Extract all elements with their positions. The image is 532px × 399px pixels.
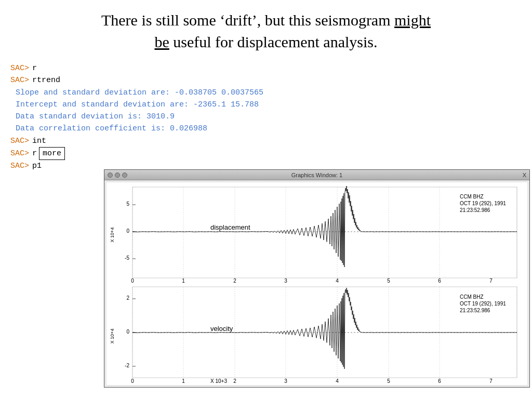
output-stddev: Data standard deviation is: 3010.9 xyxy=(10,111,522,123)
svg-text:7: 7 xyxy=(489,378,493,384)
cmd-r: r xyxy=(32,62,37,74)
terminal-line-r-more: SAC> r more xyxy=(10,147,522,160)
svg-text:5: 5 xyxy=(126,201,129,207)
displacement-label: displacement xyxy=(210,223,250,231)
svg-text:6: 6 xyxy=(438,378,441,384)
svg-text:0: 0 xyxy=(131,378,134,384)
svg-text:1: 1 xyxy=(182,378,185,384)
svg-text:OCT 19 (292), 1991: OCT 19 (292), 1991 xyxy=(460,301,506,307)
svg-text:OCT 19 (292), 1991: OCT 19 (292), 1991 xyxy=(460,201,506,206)
cmd-r2: r xyxy=(32,148,37,159)
svg-text:2: 2 xyxy=(126,295,129,301)
cmd-p1: p1 xyxy=(32,160,42,172)
prompt-label-5: SAC> xyxy=(10,160,29,172)
graphics-window: Graphics Window: 1 X 5 0 -5 X 10+4 0 xyxy=(104,169,530,388)
svg-text:CCM   BHZ: CCM BHZ xyxy=(460,194,484,200)
chart-area: 5 0 -5 X 10+4 0 1 2 3 4 5 6 7 xyxy=(107,182,527,385)
cmd-int: int xyxy=(32,135,46,147)
dot-2[interactable] xyxy=(115,172,120,178)
terminal-section: SAC> r SAC> rtrend Slope and standard de… xyxy=(0,59,532,175)
svg-text:X 10+3: X 10+3 xyxy=(210,378,227,384)
svg-text:1: 1 xyxy=(182,278,185,284)
prompt-label-3: SAC> xyxy=(10,135,29,147)
more-button[interactable]: more xyxy=(39,147,65,160)
cmd-rtrend: rtrend xyxy=(32,74,60,86)
terminal-line-int: SAC> int xyxy=(10,135,522,147)
svg-text:4: 4 xyxy=(336,278,339,284)
svg-text:5: 5 xyxy=(387,378,390,384)
header-line2: be useful for displacement analysis. xyxy=(31,31,501,53)
window-title: Graphics Window: 1 xyxy=(291,172,342,178)
header-section: There is still some ‘drift’, but this se… xyxy=(0,0,532,59)
output-slope: Slope and standard deviation are: -0.038… xyxy=(10,87,522,99)
header-be: be xyxy=(154,33,169,50)
window-x-label: X xyxy=(523,172,526,178)
svg-text:21:23:52.986: 21:23:52.986 xyxy=(460,308,490,313)
header-might: might xyxy=(394,11,431,29)
svg-text:4: 4 xyxy=(336,378,339,384)
output-intercept: Intercept and standard deviation are: -2… xyxy=(10,99,522,111)
dot-3[interactable] xyxy=(122,172,127,178)
header-line1: There is still some ‘drift’, but this se… xyxy=(31,9,501,31)
output-corr: Data correlation coefficient is: 0.02698… xyxy=(10,123,522,135)
svg-text:3: 3 xyxy=(284,278,287,284)
charts-svg: 5 0 -5 X 10+4 0 1 2 3 4 5 6 7 xyxy=(107,182,527,385)
terminal-line-1: SAC> r xyxy=(10,62,522,74)
velocity-label: velocity xyxy=(210,325,233,332)
svg-text:21:23:52.986: 21:23:52.986 xyxy=(460,207,490,213)
svg-text:2: 2 xyxy=(233,278,236,284)
window-controls[interactable] xyxy=(108,172,127,178)
svg-text:5: 5 xyxy=(387,278,390,284)
title-bar: Graphics Window: 1 X xyxy=(104,170,529,180)
svg-text:0: 0 xyxy=(126,228,129,234)
prompt-label-2: SAC> xyxy=(10,74,29,86)
svg-text:X 10+4: X 10+4 xyxy=(110,329,115,344)
svg-text:-2: -2 xyxy=(125,363,129,368)
svg-text:CCM   BHZ: CCM BHZ xyxy=(460,294,484,300)
prompt-label-1: SAC> xyxy=(10,62,29,74)
svg-text:X 10+4: X 10+4 xyxy=(110,228,115,243)
svg-text:6: 6 xyxy=(438,278,441,284)
svg-rect-0 xyxy=(132,187,517,278)
svg-text:0: 0 xyxy=(126,329,129,335)
terminal-line-2: SAC> rtrend xyxy=(10,74,522,86)
svg-text:3: 3 xyxy=(284,378,287,384)
svg-text:2: 2 xyxy=(233,378,236,384)
prompt-label-4: SAC> xyxy=(10,148,29,159)
dot-1[interactable] xyxy=(108,172,113,178)
svg-text:0: 0 xyxy=(131,278,134,284)
svg-text:-5: -5 xyxy=(125,255,129,261)
svg-text:7: 7 xyxy=(489,278,493,284)
